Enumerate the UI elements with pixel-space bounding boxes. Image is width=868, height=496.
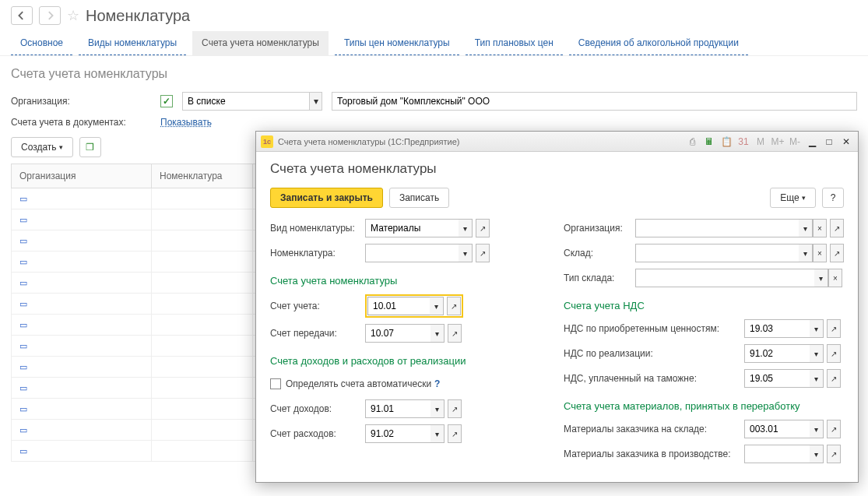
dropdown-icon[interactable]: ▾ xyxy=(814,269,828,287)
docs-show-link[interactable]: Показывать xyxy=(160,117,212,128)
open-icon[interactable]: ↗ xyxy=(827,420,841,438)
open-icon[interactable]: ↗ xyxy=(830,244,844,262)
dropdown-icon[interactable]: ▾ xyxy=(430,324,445,343)
section-title: Счета учета номенклатуры xyxy=(0,56,868,89)
row-icon: ▭ xyxy=(19,320,27,329)
mat-wh-input[interactable] xyxy=(744,420,810,438)
nav-forward-button[interactable] xyxy=(39,6,61,25)
income-input[interactable] xyxy=(365,399,430,418)
copy-button[interactable]: ❐ xyxy=(79,137,101,157)
org-filter-checkbox[interactable] xyxy=(160,95,173,107)
open-icon[interactable]: ↗ xyxy=(827,319,841,338)
col-nom[interactable]: Номенклатура xyxy=(152,164,253,188)
whtype-input[interactable] xyxy=(635,269,814,287)
close-icon[interactable]: ✕ xyxy=(839,135,853,149)
tab-types[interactable]: Виды номенклатуры xyxy=(79,31,186,55)
wh-input[interactable] xyxy=(635,244,799,262)
open-icon[interactable]: ↗ xyxy=(476,244,490,262)
clear-icon[interactable]: × xyxy=(813,219,827,237)
open-icon[interactable]: ↗ xyxy=(827,344,841,363)
dropdown-icon[interactable]: ▾ xyxy=(810,445,824,463)
vat-real-input[interactable] xyxy=(744,344,810,363)
page-title: Номенклатура xyxy=(86,7,190,25)
auto-checkbox[interactable] xyxy=(270,378,281,389)
org-filter-mode[interactable]: ▾ xyxy=(182,92,322,111)
nom-label: Номенклатура: xyxy=(270,248,365,259)
open-icon[interactable]: ↗ xyxy=(827,445,841,463)
row-icon: ▭ xyxy=(19,341,27,350)
tab-accounts[interactable]: Счета учета номенклатуры xyxy=(192,31,329,55)
nav-back-button[interactable] xyxy=(11,6,33,25)
m-minus-icon[interactable]: M- xyxy=(788,135,802,149)
more-button[interactable]: Еще ▾ xyxy=(770,188,816,208)
favorite-icon[interactable]: ☆ xyxy=(67,7,79,24)
tab-bar: Основное Виды номенклатуры Счета учета н… xyxy=(0,31,868,56)
dropdown-icon[interactable]: ▾ xyxy=(459,219,473,237)
date-icon[interactable]: 31 xyxy=(736,135,750,149)
maximize-icon[interactable]: □ xyxy=(822,135,836,149)
nomtype-input[interactable] xyxy=(365,219,459,237)
org-input[interactable] xyxy=(635,219,799,237)
mat-prod-input[interactable] xyxy=(744,445,810,463)
org-filter-mode-input[interactable] xyxy=(183,93,309,110)
minimize-icon[interactable]: ▁ xyxy=(805,135,819,149)
dropdown-icon[interactable]: ▾ xyxy=(430,399,445,418)
dropdown-icon[interactable]: ▾ xyxy=(309,93,322,110)
clear-icon[interactable]: × xyxy=(828,269,842,287)
print-icon[interactable]: ⎙ xyxy=(685,135,699,149)
row-icon: ▭ xyxy=(19,383,27,392)
tab-pricetypes[interactable]: Типы цен номенклатуры xyxy=(335,31,459,55)
section-nom-accounts: Счета учета номенклатуры xyxy=(270,275,545,287)
tab-main[interactable]: Основное xyxy=(11,31,72,55)
open-icon[interactable]: ↗ xyxy=(830,219,844,237)
org-filter-value-input[interactable] xyxy=(332,93,856,110)
docs-filter-label: Счета учета в документах: xyxy=(11,117,151,128)
open-icon[interactable]: ↗ xyxy=(448,424,462,443)
calculator-icon[interactable]: 🖩 xyxy=(702,135,716,149)
help-button[interactable]: ? xyxy=(822,188,844,208)
acct-input[interactable] xyxy=(367,297,430,315)
calendar-icon[interactable]: 📋 xyxy=(719,135,733,149)
m-icon[interactable]: M xyxy=(754,135,768,149)
open-icon[interactable]: ↗ xyxy=(448,324,462,343)
row-icon: ▭ xyxy=(19,299,27,308)
dropdown-icon[interactable]: ▾ xyxy=(810,369,824,388)
vat-acq-input[interactable] xyxy=(744,319,810,338)
transfer-input[interactable] xyxy=(365,324,430,343)
dropdown-icon[interactable]: ▾ xyxy=(799,219,813,237)
dropdown-icon[interactable]: ▾ xyxy=(810,344,824,363)
dropdown-icon[interactable]: ▾ xyxy=(459,244,473,262)
tab-plannedprice[interactable]: Тип плановых цен xyxy=(466,31,563,55)
nomtype-label: Вид номенклатуры: xyxy=(270,223,365,234)
org-filter-value[interactable] xyxy=(332,92,857,111)
vat-acq-label: НДС по приобретенным ценностям: xyxy=(564,323,744,334)
expense-input[interactable] xyxy=(365,424,430,443)
open-icon[interactable]: ↗ xyxy=(827,369,841,388)
auto-help-icon[interactable]: ? xyxy=(434,378,440,389)
org-filter-label: Организация: xyxy=(11,96,151,107)
tab-alcohol[interactable]: Сведения об алкогольной продукции xyxy=(569,31,748,55)
dropdown-icon[interactable]: ▾ xyxy=(810,319,824,338)
dropdown-icon[interactable]: ▾ xyxy=(430,297,444,315)
open-icon[interactable]: ↗ xyxy=(448,399,462,418)
section-vat: Счета учета НДС xyxy=(564,300,844,311)
open-icon[interactable]: ↗ xyxy=(447,297,461,315)
create-button[interactable]: Создать ▾ xyxy=(11,137,73,157)
m-plus-icon[interactable]: M+ xyxy=(771,135,785,149)
whtype-label: Тип склада: xyxy=(564,273,635,283)
dropdown-icon[interactable]: ▾ xyxy=(810,420,824,438)
vat-cust-input[interactable] xyxy=(744,369,810,388)
dropdown-icon[interactable]: ▾ xyxy=(799,244,813,262)
col-org[interactable]: Организация xyxy=(12,164,152,188)
row-icon: ▭ xyxy=(19,404,27,413)
dropdown-icon[interactable]: ▾ xyxy=(430,424,445,443)
transfer-label: Счет передачи: xyxy=(270,328,365,339)
save-close-button[interactable]: Записать и закрыть xyxy=(270,188,383,208)
row-icon: ▭ xyxy=(19,278,27,287)
save-button[interactable]: Записать xyxy=(389,188,449,208)
nom-input[interactable] xyxy=(365,244,459,262)
open-icon[interactable]: ↗ xyxy=(476,219,490,237)
clear-icon[interactable]: × xyxy=(813,244,827,262)
dialog-titlebar-text: Счета учета номенклатуры (1С:Предприятие… xyxy=(278,137,685,146)
row-icon: ▭ xyxy=(19,446,27,456)
